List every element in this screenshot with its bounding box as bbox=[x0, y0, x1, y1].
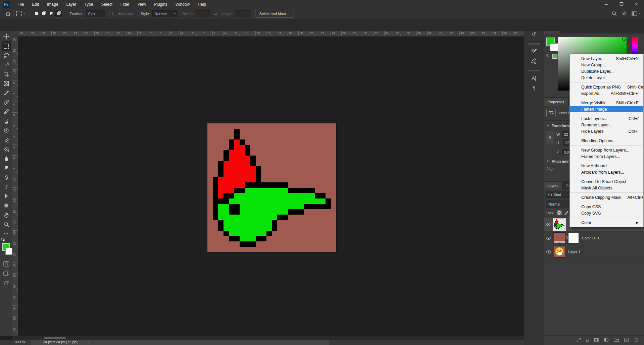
horizontal-ruler[interactable]: 3432302826242220181614121086420246810121… bbox=[12, 31, 524, 37]
context-menu-item-new-group-from-layers[interactable]: New Group from Layers... bbox=[570, 147, 643, 153]
context-menu-item-export-as[interactable]: Export As...Alt+Shift+Ctrl+' bbox=[570, 90, 643, 97]
link-dimensions-icon[interactable]: 8 bbox=[546, 131, 554, 144]
eyedropper-tool[interactable] bbox=[2, 88, 11, 98]
vertical-ruler[interactable]: 1614121086420246810121416182022242628303… bbox=[12, 36, 18, 336]
context-menu-item-new-artboard[interactable]: New Artboard... bbox=[570, 163, 643, 169]
context-menu-item-artboard-from-layers[interactable]: Artboard from Layers... bbox=[570, 169, 643, 175]
background-color-swatch[interactable] bbox=[5, 248, 12, 255]
edit-toolbar[interactable]: ••• bbox=[2, 229, 11, 238]
new-layer-icon[interactable] bbox=[624, 337, 629, 344]
lock-transparency-icon[interactable] bbox=[557, 210, 562, 215]
ellipse-tool[interactable] bbox=[2, 201, 11, 210]
link-layers-icon[interactable] bbox=[576, 337, 582, 344]
zoom-level-field[interactable]: 1600% bbox=[14, 340, 26, 344]
context-menu-item-new-group[interactable]: New Group... bbox=[570, 62, 643, 68]
panel-drag-handle[interactable] bbox=[528, 70, 540, 71]
mask-link-icon[interactable]: 8 bbox=[565, 236, 568, 240]
brushes-icon[interactable] bbox=[524, 56, 544, 66]
rotate-view-icon[interactable] bbox=[2, 278, 11, 287]
status-chevron-icon[interactable]: 〉 bbox=[87, 340, 91, 345]
height-input[interactable] bbox=[236, 10, 250, 17]
context-menu-item-copy-svg[interactable]: Copy SVG bbox=[570, 210, 643, 216]
document-canvas[interactable] bbox=[207, 123, 336, 252]
menubar-item-help[interactable]: Help bbox=[194, 0, 210, 8]
chevron-down-icon[interactable]: ▾ bbox=[23, 12, 25, 15]
context-menu-item-color[interactable]: Color▶ bbox=[570, 219, 643, 226]
character-icon[interactable]: A| bbox=[524, 73, 544, 83]
color-picker-marker[interactable] bbox=[622, 38, 626, 41]
healing-brush-tool[interactable] bbox=[2, 98, 11, 107]
context-menu-item-merge-visible[interactable]: Merge VisibleShift+Ctrl+E bbox=[570, 100, 643, 106]
frame-tool[interactable] bbox=[2, 79, 11, 88]
feather-input[interactable]: 0 px bbox=[86, 10, 105, 17]
visibility-eye-icon[interactable] bbox=[544, 223, 554, 226]
context-menu-item-rename-layer[interactable]: Rename Layer... bbox=[570, 122, 643, 128]
menubar-item-filter[interactable]: Filter bbox=[116, 0, 134, 8]
minimize-button[interactable]: – bbox=[599, 0, 614, 8]
restore-button[interactable]: ❐ bbox=[614, 0, 629, 8]
ruler-origin-corner[interactable] bbox=[12, 31, 18, 37]
gamut-warning-icon[interactable]: ⚠ bbox=[545, 53, 549, 58]
menubar-item-image[interactable]: Image bbox=[43, 0, 62, 8]
style-dropdown[interactable]: Normal▾ bbox=[152, 10, 178, 17]
context-menu-item-quick-export-as-png[interactable]: Quick Export as PNGShift+Ctrl+' bbox=[570, 84, 643, 90]
canvas-pasteboard[interactable] bbox=[18, 36, 524, 336]
quick-mask-icon[interactable] bbox=[2, 259, 11, 269]
fill-layer-thumbnail[interactable] bbox=[554, 232, 565, 244]
eraser-tool[interactable] bbox=[2, 135, 11, 145]
delete-layer-icon[interactable] bbox=[634, 337, 639, 344]
scrollbar-thumb[interactable] bbox=[44, 337, 66, 340]
paint-bucket-tool[interactable] bbox=[2, 145, 11, 154]
layer-mask-thumbnail[interactable] bbox=[568, 233, 579, 243]
home-icon[interactable] bbox=[5, 11, 11, 16]
default-colors-icon[interactable] bbox=[1, 238, 5, 242]
history-brush-tool[interactable] bbox=[2, 126, 11, 135]
context-menu-item-flatten-image[interactable]: Flatten Image bbox=[570, 106, 643, 112]
workspace-chevron-icon[interactable]: ▾ bbox=[639, 12, 640, 15]
context-menu-item-create-clipping-mask[interactable]: Create Clipping MaskAlt+Ctrl+G bbox=[570, 194, 643, 200]
horizontal-scrollbar[interactable] bbox=[12, 336, 524, 340]
zoom-tool[interactable] bbox=[2, 220, 11, 229]
visibility-eye-icon[interactable] bbox=[544, 236, 554, 240]
type-tool[interactable]: T bbox=[2, 182, 11, 191]
new-group-icon[interactable] bbox=[613, 337, 619, 344]
menubar-item-edit[interactable]: Edit bbox=[28, 0, 43, 8]
context-menu-item-blending-options[interactable]: Blending Options... bbox=[570, 137, 643, 144]
tab-properties[interactable]: Properties bbox=[544, 98, 568, 106]
tab-layers[interactable]: Layers bbox=[544, 182, 562, 189]
menubar-item-window[interactable]: Window bbox=[171, 0, 194, 8]
lock-paint-icon[interactable] bbox=[564, 211, 569, 215]
marquee-tool-icon[interactable] bbox=[16, 11, 21, 16]
hand-tool[interactable] bbox=[2, 210, 11, 220]
anti-alias-checkbox[interactable]: Anti-alias bbox=[112, 12, 133, 16]
background-color-swatch[interactable] bbox=[550, 43, 558, 51]
layer-thumbnail[interactable] bbox=[554, 219, 565, 230]
layer-effects-icon[interactable]: fx bbox=[586, 337, 589, 343]
magic-wand-tool[interactable] bbox=[2, 60, 11, 69]
add-selection-button[interactable] bbox=[40, 10, 47, 17]
lasso-tool[interactable] bbox=[2, 51, 11, 60]
pen-tool[interactable] bbox=[2, 173, 11, 182]
menubar-item-type[interactable]: Type bbox=[80, 0, 97, 8]
rectangular-marquee-tool[interactable] bbox=[2, 41, 11, 51]
intersect-selection-button[interactable] bbox=[55, 10, 62, 17]
menubar-item-file[interactable]: File bbox=[13, 0, 28, 8]
dodge-tool[interactable] bbox=[2, 163, 11, 173]
context-menu-item-hide-layers[interactable]: Hide LayersCtrl+, bbox=[570, 128, 643, 134]
context-menu-item-lock-layers[interactable]: Lock Layers...Ctrl+/ bbox=[570, 115, 643, 122]
discover-lightbulb-icon[interactable] bbox=[622, 11, 627, 16]
adjustment-layer-icon[interactable] bbox=[603, 337, 609, 344]
select-and-mask-button[interactable]: Select and Mask... bbox=[255, 10, 294, 17]
menubar-item-select[interactable]: Select bbox=[97, 0, 116, 8]
brush-tool[interactable] bbox=[2, 107, 11, 116]
swap-dimensions-icon[interactable] bbox=[214, 12, 218, 16]
menubar-item-view[interactable]: View bbox=[133, 0, 150, 8]
search-icon[interactable] bbox=[612, 11, 617, 16]
paragraph-icon[interactable]: ¶ bbox=[524, 83, 544, 93]
close-button[interactable]: ✕ bbox=[629, 0, 644, 8]
path-selection-tool[interactable] bbox=[2, 191, 11, 201]
workspace-icon[interactable] bbox=[632, 11, 637, 16]
panel-drag-handle[interactable] bbox=[528, 43, 540, 45]
context-menu-item-duplicate-layer[interactable]: Duplicate Layer... bbox=[570, 68, 643, 74]
context-menu-item-delete-layer[interactable]: Delete Layer bbox=[570, 74, 643, 81]
